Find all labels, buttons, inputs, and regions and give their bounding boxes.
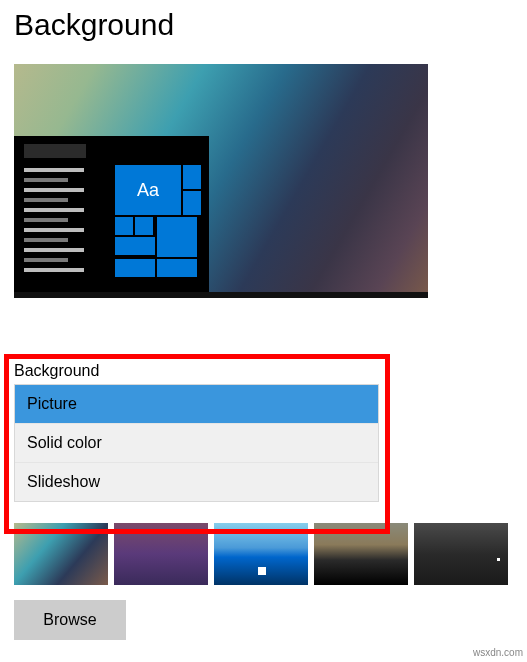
picture-thumb-4[interactable] <box>314 523 408 585</box>
picture-thumbnails <box>14 523 508 585</box>
picture-thumb-3[interactable] <box>214 523 308 585</box>
picture-thumb-5[interactable] <box>414 523 508 585</box>
picture-thumb-1[interactable] <box>14 523 108 585</box>
page-title: Background <box>0 0 527 42</box>
browse-button[interactable]: Browse <box>14 600 126 640</box>
desktop-mock: Aa <box>14 136 209 298</box>
dropdown-option-slideshow[interactable]: Slideshow <box>15 463 378 501</box>
picture-thumb-2[interactable] <box>114 523 208 585</box>
background-dropdown[interactable]: Picture Solid color Slideshow <box>14 384 379 502</box>
background-dropdown-label: Background <box>14 362 386 384</box>
watermark: wsxdn.com <box>473 647 523 658</box>
dropdown-option-picture[interactable]: Picture <box>15 385 378 424</box>
aa-tile: Aa <box>115 165 181 215</box>
background-preview: Aa <box>14 64 428 298</box>
dropdown-option-solid-color[interactable]: Solid color <box>15 424 378 463</box>
